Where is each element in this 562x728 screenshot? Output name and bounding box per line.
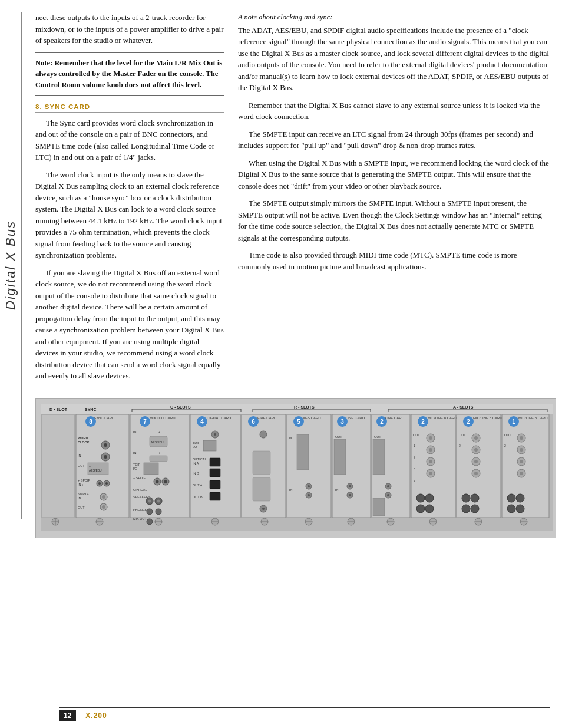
svg-point-102 xyxy=(262,508,265,510)
svg-text:WORD: WORD xyxy=(78,436,88,440)
svg-point-72 xyxy=(156,509,161,515)
svg-rect-99 xyxy=(253,451,270,475)
svg-text:OUT: OUT xyxy=(78,464,85,467)
svg-rect-91 xyxy=(210,480,220,489)
svg-text:LINE CARD: LINE CARD xyxy=(346,416,365,420)
svg-rect-136 xyxy=(373,498,385,516)
hardware-svg-container: D • SLOT SYNC C • SLOTS R • SLOTS xyxy=(38,404,553,533)
svg-point-191 xyxy=(516,494,524,502)
svg-point-173 xyxy=(471,494,479,502)
svg-text:4: 4 xyxy=(200,419,204,425)
svg-point-175 xyxy=(471,505,479,513)
sync-para3: If you are slaving the Digital X Bus off… xyxy=(35,267,224,382)
content-area: nect these outputs to the inputs of a 2-… xyxy=(29,0,562,728)
svg-point-63 xyxy=(164,480,167,483)
svg-rect-16 xyxy=(42,414,74,518)
svg-point-41 xyxy=(102,495,105,499)
svg-text:2: 2 xyxy=(459,444,461,447)
svg-text:IN: IN xyxy=(133,451,137,454)
svg-point-169 xyxy=(474,460,478,463)
right-column: A note about clocking and sync: The ADAT… xyxy=(238,12,550,388)
svg-text:OUT: OUT xyxy=(413,433,420,437)
svg-text:+ SPDIF: + SPDIF xyxy=(78,479,91,482)
svg-text:OUT: OUT xyxy=(374,435,381,439)
svg-point-61 xyxy=(156,480,159,483)
svg-text:DIGITAL CARD: DIGITAL CARD xyxy=(207,416,232,420)
svg-text:5: 5 xyxy=(297,419,300,425)
svg-text:+ SPDIF: + SPDIF xyxy=(133,476,146,480)
svg-text:I/O: I/O xyxy=(289,436,294,440)
svg-point-143 xyxy=(429,436,432,440)
svg-point-71 xyxy=(147,509,153,515)
svg-point-134 xyxy=(387,494,389,496)
clock-para1: The ADAT, AES/EBU, and SPDIF digital aud… xyxy=(238,25,550,94)
svg-text:TDIF: TDIF xyxy=(193,441,200,444)
sidebar-divider xyxy=(21,12,22,519)
svg-point-123 xyxy=(349,494,351,496)
svg-text:C • SLOTS: C • SLOTS xyxy=(170,405,191,409)
svg-rect-158 xyxy=(457,414,501,518)
hardware-diagram-section: D • SLOT SYNC C • SLOTS R • SLOTS xyxy=(35,398,556,538)
svg-text:2: 2 xyxy=(380,419,384,425)
svg-text:R • SLOTS: R • SLOTS xyxy=(294,405,315,409)
page-number: 12 xyxy=(59,710,76,721)
page-container: Digital X Bus nect these outputs to the … xyxy=(0,0,562,728)
svg-point-164 xyxy=(474,436,478,440)
svg-text:3: 3 xyxy=(340,419,344,425)
svg-text:AES/EBU: AES/EBU xyxy=(151,440,164,444)
svg-text:PHONES: PHONES xyxy=(133,508,147,512)
svg-rect-103 xyxy=(287,414,331,518)
svg-point-190 xyxy=(507,494,515,502)
clock-para2: Remember that the Digital X Bus cannot s… xyxy=(238,100,550,123)
note-bold: Note: Remember that the level for the Ma… xyxy=(35,59,222,90)
svg-point-174 xyxy=(462,505,470,513)
svg-text:CLOCK: CLOCK xyxy=(78,440,90,444)
svg-text:2: 2 xyxy=(467,419,470,425)
svg-rect-108 xyxy=(297,434,309,470)
svg-rect-89 xyxy=(210,469,220,477)
svg-text:I/O: I/O xyxy=(193,445,197,449)
svg-point-192 xyxy=(507,505,515,513)
svg-text:1: 1 xyxy=(414,444,415,447)
svg-point-112 xyxy=(308,494,310,496)
svg-text:SMPTE: SMPTE xyxy=(78,492,89,496)
svg-text:OUT: OUT xyxy=(335,435,342,439)
svg-text:7: 7 xyxy=(143,419,147,425)
svg-text:IN +: IN + xyxy=(78,483,84,486)
svg-point-27 xyxy=(104,455,107,459)
svg-rect-137 xyxy=(411,414,455,518)
svg-point-189 xyxy=(520,472,523,475)
svg-point-187 xyxy=(520,460,523,463)
svg-point-110 xyxy=(308,485,310,487)
svg-text:+: + xyxy=(158,451,160,454)
svg-point-154 xyxy=(416,494,425,502)
sidebar-text: Digital X Bus xyxy=(3,220,18,310)
svg-text:IN: IN xyxy=(289,488,293,492)
svg-point-132 xyxy=(387,485,389,487)
svg-text:SYNC: SYNC xyxy=(85,407,96,411)
svg-text:D • SLOT: D • SLOT xyxy=(49,407,68,411)
svg-text:MIC/LINE 8 CARD: MIC/LINE 8 CARD xyxy=(518,416,548,420)
svg-text:2: 2 xyxy=(504,444,506,447)
page-footer: 12 X.200 xyxy=(59,707,550,721)
svg-text:AES/EBU: AES/EBU xyxy=(89,469,102,472)
svg-text:8: 8 xyxy=(89,419,92,425)
svg-text:OUT: OUT xyxy=(78,506,85,509)
svg-rect-119 xyxy=(334,439,346,475)
svg-text:+: + xyxy=(158,430,160,434)
svg-text:1: 1 xyxy=(512,419,515,425)
clocking-heading: A note about clocking and sync: xyxy=(238,12,550,23)
svg-point-146 xyxy=(429,448,432,452)
svg-rect-100 xyxy=(253,477,270,501)
sync-para1: The Sync card provides word clock synchr… xyxy=(35,117,224,163)
svg-rect-84 xyxy=(203,440,216,451)
hardware-svg: D • SLOT SYNC C • SLOTS R • SLOTS xyxy=(41,404,553,531)
svg-text:MIC/LINE 8 CARD: MIC/LINE 8 CARD xyxy=(473,416,503,420)
svg-text:A • SLOTS: A • SLOTS xyxy=(453,405,474,409)
svg-rect-93 xyxy=(210,492,220,500)
svg-text:6: 6 xyxy=(252,419,255,425)
svg-text:4: 4 xyxy=(414,479,415,483)
svg-text:SYNC CARD: SYNC CARD xyxy=(94,416,115,420)
svg-point-156 xyxy=(416,505,425,513)
section-heading: 8. SYNC CARD xyxy=(35,103,224,113)
